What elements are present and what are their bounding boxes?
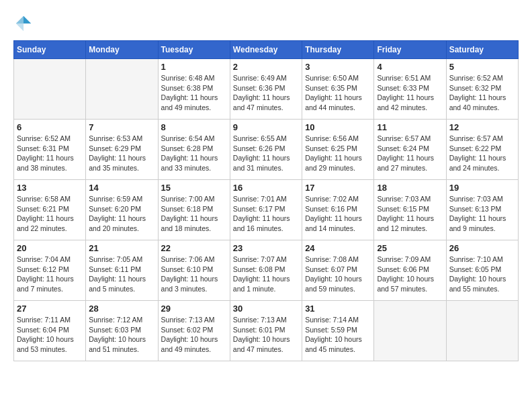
calendar-cell: 18Sunrise: 7:03 AMSunset: 6:15 PMDayligh… bbox=[374, 180, 446, 240]
calendar-week-4: 20Sunrise: 7:04 AMSunset: 6:12 PMDayligh… bbox=[14, 240, 519, 301]
calendar-cell: 19Sunrise: 7:03 AMSunset: 6:13 PMDayligh… bbox=[446, 180, 518, 240]
calendar-cell: 17Sunrise: 7:02 AMSunset: 6:16 PMDayligh… bbox=[302, 180, 374, 240]
day-number: 23 bbox=[233, 243, 299, 253]
calendar-cell bbox=[446, 301, 518, 361]
logo-icon bbox=[13, 13, 34, 34]
calendar-cell: 29Sunrise: 7:13 AMSunset: 6:02 PMDayligh… bbox=[158, 301, 230, 361]
day-number: 29 bbox=[161, 304, 227, 314]
calendar-week-3: 13Sunrise: 6:58 AMSunset: 6:21 PMDayligh… bbox=[14, 180, 519, 240]
day-number: 6 bbox=[17, 122, 83, 132]
weekday-header-sunday: Sunday bbox=[14, 41, 86, 59]
calendar-cell: 3Sunrise: 6:50 AMSunset: 6:35 PMDaylight… bbox=[302, 59, 374, 120]
calendar-cell: 2Sunrise: 6:49 AMSunset: 6:36 PMDaylight… bbox=[230, 59, 302, 120]
calendar-cell: 11Sunrise: 6:57 AMSunset: 6:24 PMDayligh… bbox=[374, 120, 446, 180]
day-info: Sunrise: 6:50 AMSunset: 6:35 PMDaylight:… bbox=[305, 73, 371, 113]
day-info: Sunrise: 7:13 AMSunset: 6:01 PMDaylight:… bbox=[233, 315, 299, 355]
day-number: 14 bbox=[89, 183, 154, 193]
day-info: Sunrise: 7:00 AMSunset: 6:18 PMDaylight:… bbox=[161, 194, 227, 234]
day-info: Sunrise: 6:57 AMSunset: 6:24 PMDaylight:… bbox=[377, 134, 443, 173]
day-number: 13 bbox=[17, 183, 83, 193]
calendar-cell: 10Sunrise: 6:56 AMSunset: 6:25 PMDayligh… bbox=[302, 120, 374, 180]
day-number: 22 bbox=[161, 243, 227, 253]
calendar-cell: 22Sunrise: 7:06 AMSunset: 6:10 PMDayligh… bbox=[158, 240, 230, 301]
day-info: Sunrise: 7:12 AMSunset: 6:03 PMDaylight:… bbox=[89, 315, 154, 355]
day-info: Sunrise: 6:52 AMSunset: 6:31 PMDaylight:… bbox=[17, 134, 83, 173]
day-number: 15 bbox=[161, 183, 227, 193]
calendar-cell: 31Sunrise: 7:14 AMSunset: 5:59 PMDayligh… bbox=[302, 301, 374, 361]
calendar-cell: 30Sunrise: 7:13 AMSunset: 6:01 PMDayligh… bbox=[230, 301, 302, 361]
svg-marker-0 bbox=[24, 16, 31, 24]
calendar-cell: 4Sunrise: 6:51 AMSunset: 6:33 PMDaylight… bbox=[374, 59, 446, 120]
calendar-cell bbox=[86, 59, 158, 120]
calendar-cell: 20Sunrise: 7:04 AMSunset: 6:12 PMDayligh… bbox=[14, 240, 86, 301]
day-number: 9 bbox=[233, 122, 299, 132]
svg-marker-1 bbox=[16, 16, 24, 24]
day-info: Sunrise: 6:56 AMSunset: 6:25 PMDaylight:… bbox=[305, 134, 371, 173]
calendar-cell: 23Sunrise: 7:07 AMSunset: 6:08 PMDayligh… bbox=[230, 240, 302, 301]
day-number: 5 bbox=[449, 62, 515, 72]
calendar: SundayMondayTuesdayWednesdayThursdayFrid… bbox=[13, 40, 519, 361]
day-info: Sunrise: 6:54 AMSunset: 6:28 PMDaylight:… bbox=[161, 134, 227, 173]
day-info: Sunrise: 7:13 AMSunset: 6:02 PMDaylight:… bbox=[161, 315, 227, 355]
day-info: Sunrise: 7:11 AMSunset: 6:04 PMDaylight:… bbox=[17, 315, 83, 355]
day-number: 11 bbox=[377, 122, 443, 132]
day-number: 27 bbox=[17, 304, 83, 314]
weekday-header-saturday: Saturday bbox=[446, 41, 518, 59]
calendar-cell bbox=[14, 59, 86, 120]
calendar-week-5: 27Sunrise: 7:11 AMSunset: 6:04 PMDayligh… bbox=[14, 301, 519, 361]
day-number: 24 bbox=[305, 243, 371, 253]
calendar-week-2: 6Sunrise: 6:52 AMSunset: 6:31 PMDaylight… bbox=[14, 120, 519, 180]
calendar-cell: 21Sunrise: 7:05 AMSunset: 6:11 PMDayligh… bbox=[86, 240, 158, 301]
calendar-cell: 14Sunrise: 6:59 AMSunset: 6:20 PMDayligh… bbox=[86, 180, 158, 240]
day-info: Sunrise: 6:58 AMSunset: 6:21 PMDaylight:… bbox=[17, 194, 83, 234]
weekday-header-tuesday: Tuesday bbox=[158, 41, 230, 59]
day-number: 21 bbox=[89, 243, 154, 253]
calendar-cell: 9Sunrise: 6:55 AMSunset: 6:26 PMDaylight… bbox=[230, 120, 302, 180]
calendar-cell: 8Sunrise: 6:54 AMSunset: 6:28 PMDaylight… bbox=[158, 120, 230, 180]
day-info: Sunrise: 6:59 AMSunset: 6:20 PMDaylight:… bbox=[89, 194, 154, 234]
day-info: Sunrise: 7:09 AMSunset: 6:06 PMDaylight:… bbox=[377, 255, 443, 294]
calendar-cell: 27Sunrise: 7:11 AMSunset: 6:04 PMDayligh… bbox=[14, 301, 86, 361]
weekday-header-wednesday: Wednesday bbox=[230, 41, 302, 59]
day-info: Sunrise: 6:52 AMSunset: 6:32 PMDaylight:… bbox=[449, 73, 515, 113]
day-info: Sunrise: 7:06 AMSunset: 6:10 PMDaylight:… bbox=[161, 255, 227, 294]
calendar-cell: 12Sunrise: 6:57 AMSunset: 6:22 PMDayligh… bbox=[446, 120, 518, 180]
day-info: Sunrise: 7:01 AMSunset: 6:17 PMDaylight:… bbox=[233, 194, 299, 234]
calendar-cell: 13Sunrise: 6:58 AMSunset: 6:21 PMDayligh… bbox=[14, 180, 86, 240]
calendar-cell: 6Sunrise: 6:52 AMSunset: 6:31 PMDaylight… bbox=[14, 120, 86, 180]
weekday-header-friday: Friday bbox=[374, 41, 446, 59]
day-number: 12 bbox=[449, 122, 515, 132]
day-info: Sunrise: 7:07 AMSunset: 6:08 PMDaylight:… bbox=[233, 255, 299, 294]
day-info: Sunrise: 6:55 AMSunset: 6:26 PMDaylight:… bbox=[233, 134, 299, 173]
calendar-cell: 24Sunrise: 7:08 AMSunset: 6:07 PMDayligh… bbox=[302, 240, 374, 301]
day-number: 30 bbox=[233, 304, 299, 314]
day-number: 2 bbox=[233, 62, 299, 72]
svg-marker-2 bbox=[16, 24, 24, 31]
calendar-cell: 28Sunrise: 7:12 AMSunset: 6:03 PMDayligh… bbox=[86, 301, 158, 361]
day-info: Sunrise: 6:51 AMSunset: 6:33 PMDaylight:… bbox=[377, 73, 443, 113]
day-info: Sunrise: 6:57 AMSunset: 6:22 PMDaylight:… bbox=[449, 134, 515, 173]
day-number: 1 bbox=[161, 62, 227, 72]
day-info: Sunrise: 7:03 AMSunset: 6:13 PMDaylight:… bbox=[449, 194, 515, 234]
day-number: 7 bbox=[89, 122, 154, 132]
day-info: Sunrise: 7:14 AMSunset: 5:59 PMDaylight:… bbox=[305, 315, 371, 355]
calendar-cell: 7Sunrise: 6:53 AMSunset: 6:29 PMDaylight… bbox=[86, 120, 158, 180]
day-info: Sunrise: 6:53 AMSunset: 6:29 PMDaylight:… bbox=[89, 134, 154, 173]
day-info: Sunrise: 6:49 AMSunset: 6:36 PMDaylight:… bbox=[233, 73, 299, 113]
logo bbox=[13, 13, 36, 34]
weekday-header-row: SundayMondayTuesdayWednesdayThursdayFrid… bbox=[14, 41, 519, 59]
day-number: 31 bbox=[305, 304, 371, 314]
page-header bbox=[13, 13, 519, 34]
day-number: 19 bbox=[449, 183, 515, 193]
day-number: 10 bbox=[305, 122, 371, 132]
day-info: Sunrise: 7:04 AMSunset: 6:12 PMDaylight:… bbox=[17, 255, 83, 294]
calendar-cell: 26Sunrise: 7:10 AMSunset: 6:05 PMDayligh… bbox=[446, 240, 518, 301]
weekday-header-monday: Monday bbox=[86, 41, 158, 59]
day-number: 4 bbox=[377, 62, 443, 72]
calendar-cell: 16Sunrise: 7:01 AMSunset: 6:17 PMDayligh… bbox=[230, 180, 302, 240]
day-info: Sunrise: 7:08 AMSunset: 6:07 PMDaylight:… bbox=[305, 255, 371, 294]
calendar-cell: 25Sunrise: 7:09 AMSunset: 6:06 PMDayligh… bbox=[374, 240, 446, 301]
day-info: Sunrise: 7:02 AMSunset: 6:16 PMDaylight:… bbox=[305, 194, 371, 234]
day-info: Sunrise: 7:03 AMSunset: 6:15 PMDaylight:… bbox=[377, 194, 443, 234]
weekday-header-thursday: Thursday bbox=[302, 41, 374, 59]
